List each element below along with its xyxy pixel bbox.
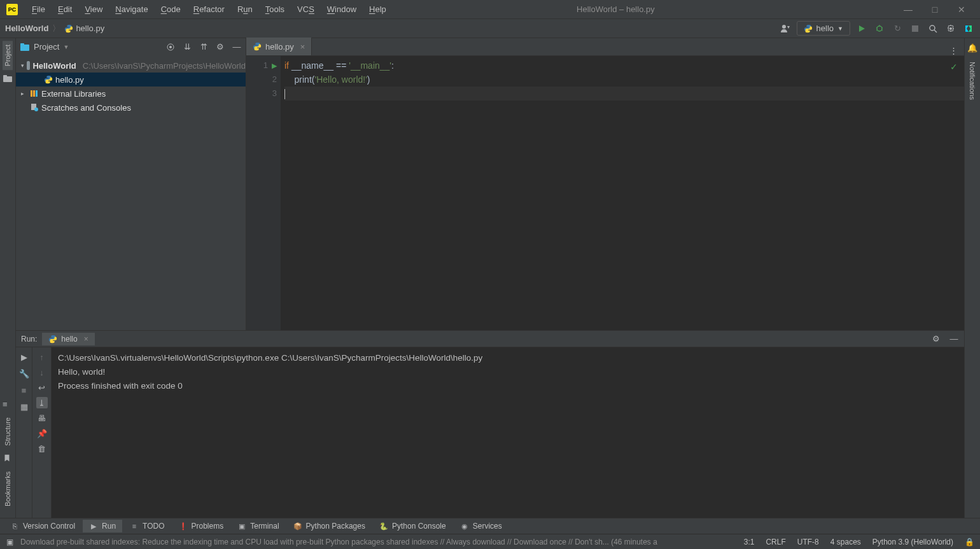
btab-todo[interactable]: ≡TODO — [123, 520, 171, 532]
svg-rect-15 — [20, 43, 24, 45]
menu-refactor[interactable]: Refactor — [187, 3, 231, 16]
maximize-button[interactable]: □ — [930, 4, 939, 15]
tab-notifications[interactable]: Notifications — [967, 58, 977, 104]
code-with-me-icon[interactable] — [962, 22, 975, 35]
close-button[interactable]: ✕ — [957, 4, 966, 15]
search-everywhere-button[interactable] — [927, 22, 939, 35]
layout-button[interactable]: ▦ — [18, 401, 30, 412]
bell-icon[interactable]: 🔔 — [967, 43, 977, 53]
rerun-button[interactable]: ↻ — [891, 22, 904, 35]
run-toolbar-1: ▶ 🔧 ■ ▦ — [16, 347, 32, 518]
menu-help[interactable]: Help — [363, 3, 393, 16]
chevron-down-icon: ▼ — [63, 44, 69, 50]
menu-view[interactable]: View — [78, 3, 109, 16]
select-opened-file-button[interactable] — [165, 42, 176, 52]
btab-services[interactable]: ◉Services — [454, 520, 508, 532]
add-user-icon[interactable]: ▾ — [779, 22, 792, 35]
run-button[interactable] — [855, 22, 868, 35]
minimize-button[interactable]: — — [904, 4, 913, 15]
run-gutter-icon[interactable]: ▶ — [272, 59, 277, 73]
scroll-to-end-button[interactable]: ⤓ — [36, 397, 48, 408]
btab-terminal[interactable]: ▣Terminal — [231, 520, 285, 532]
scratches-label: Scratches and Consoles — [41, 103, 131, 113]
line-separator[interactable]: CRLF — [766, 538, 785, 546]
stop-button[interactable] — [909, 22, 921, 35]
menu-run[interactable]: Run — [231, 3, 259, 16]
tab-bookmarks[interactable]: Bookmarks — [3, 468, 13, 510]
edit-config-button[interactable]: 🔧 — [18, 368, 30, 379]
menu-file[interactable]: File — [25, 3, 52, 16]
expand-all-button[interactable]: ⇊ — [182, 42, 192, 52]
debug-button[interactable] — [873, 22, 886, 35]
file-encoding[interactable]: UTF-8 — [797, 538, 819, 546]
left-stripe: Project ≡ Structure Bookmarks — [0, 38, 16, 518]
close-run-tab-button[interactable]: × — [84, 335, 88, 344]
console-output[interactable]: C:\Users\IvanS\.virtualenvs\HelloWorld\S… — [52, 347, 964, 518]
svg-rect-8 — [912, 25, 918, 32]
ext-lib-label: External Libraries — [41, 89, 106, 99]
editor-options-button[interactable]: ⋮ — [943, 46, 964, 55]
python-icon: 🐍 — [379, 522, 388, 531]
pin-button[interactable]: 📌 — [36, 427, 48, 439]
clear-button[interactable]: 🗑 — [36, 443, 48, 454]
run-tab-hello[interactable]: hello × — [42, 333, 94, 345]
play-icon: ▶ — [89, 522, 98, 531]
menu-edit[interactable]: Edit — [52, 3, 78, 16]
up-stacktrace-button[interactable]: ↑ — [36, 351, 48, 363]
interpreter-status[interactable]: Python 3.9 (HelloWorld) — [872, 538, 953, 546]
soft-wrap-button[interactable]: ↩ — [36, 382, 48, 393]
menu-tools[interactable]: Tools — [259, 3, 291, 16]
run-tool-window: Run: hello × ⚙ — ▶ 🔧 ■ ▦ — [16, 330, 964, 518]
breadcrumb-project[interactable]: HelloWorld — [5, 24, 48, 33]
library-icon — [30, 89, 39, 98]
python-icon — [64, 24, 73, 33]
rerun-button[interactable]: ▶ — [18, 351, 30, 363]
btab-packages[interactable]: 📦Python Packages — [287, 520, 372, 532]
hide-button[interactable]: — — [232, 42, 242, 52]
svg-rect-19 — [33, 90, 35, 97]
run-config-label: hello — [816, 24, 834, 33]
btab-pyconsole[interactable]: 🐍Python Console — [373, 520, 452, 532]
print-button[interactable]: 🖶 — [36, 412, 48, 424]
tree-file-hello[interactable]: hello.py — [16, 73, 246, 87]
down-stacktrace-button[interactable]: ↓ — [36, 366, 48, 378]
menu-vcs[interactable]: VCS — [291, 3, 321, 16]
navigation-bar: HelloWorld 〉 hello.py ▾ hello ▼ ↻ — [0, 19, 980, 38]
code-editor[interactable]: if __name__ == '__main__': print('Hello,… — [281, 56, 964, 330]
menu-code[interactable]: Code — [155, 3, 187, 16]
menu-window[interactable]: Window — [321, 3, 363, 16]
caret-position[interactable]: 3:1 — [744, 538, 755, 546]
lock-icon[interactable]: 🔒 — [965, 538, 974, 546]
tab-label: hello.py — [265, 42, 294, 52]
tree-root[interactable]: ▾ HelloWorld C:\Users\IvanS\PycharmProje… — [16, 59, 246, 73]
tree-scratches[interactable]: Scratches and Consoles — [16, 101, 246, 115]
project-view-selector[interactable]: Project ▼ — [20, 42, 69, 52]
collapse-all-button[interactable]: ⇈ — [199, 42, 209, 52]
tab-project[interactable]: Project — [3, 41, 13, 70]
status-message[interactable]: Download pre-built shared indexes: Reduc… — [20, 538, 657, 546]
btab-run[interactable]: ▶Run — [83, 520, 122, 532]
settings-button[interactable] — [944, 22, 957, 35]
indent-status[interactable]: 4 spaces — [830, 538, 861, 546]
file-name: hello.py — [55, 75, 84, 85]
line-num: 2 — [272, 73, 277, 87]
menu-navigate[interactable]: Navigate — [109, 3, 154, 16]
editor-tab-hello[interactable]: hello.py × — [246, 38, 312, 55]
inspection-ok-icon[interactable]: ✓ — [950, 60, 958, 74]
btab-problems[interactable]: ❗Problems — [172, 520, 230, 532]
run-config-selector[interactable]: hello ▼ — [797, 21, 850, 36]
btab-vcs[interactable]: ⎘Version Control — [4, 520, 81, 532]
run-settings-button[interactable]: ⚙ — [931, 334, 941, 344]
svg-point-17 — [169, 46, 172, 48]
project-settings-button[interactable]: ⚙ — [215, 42, 225, 52]
tool-windows-icon[interactable]: ▣ — [6, 538, 15, 546]
tab-structure[interactable]: Structure — [3, 413, 13, 450]
branch-icon: ⎘ — [10, 522, 19, 531]
hide-run-button[interactable]: — — [949, 334, 959, 344]
stop-button[interactable]: ■ — [18, 384, 30, 396]
project-tree: ▾ HelloWorld C:\Users\IvanS\PycharmProje… — [16, 56, 246, 117]
close-tab-button[interactable]: × — [300, 42, 305, 52]
tree-external-libraries[interactable]: ▸ External Libraries — [16, 87, 246, 101]
window-title: HelloWorld – hello.py — [393, 4, 890, 14]
breadcrumb-file[interactable]: hello.py — [64, 24, 104, 33]
